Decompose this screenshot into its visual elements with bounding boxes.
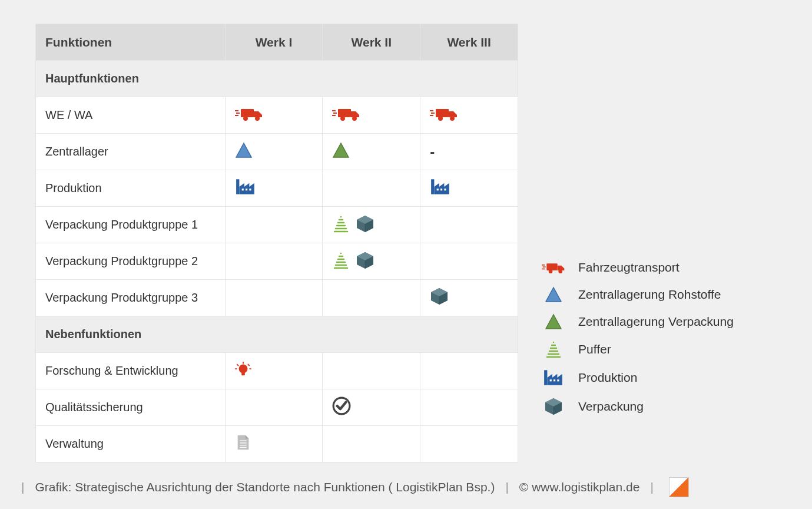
cell [420,389,518,426]
cell [323,134,420,170]
triangle-green-icon [545,313,562,330]
row-label: Verpackung Produktgruppe 1 [36,207,226,243]
buffer-icon [332,252,350,269]
legend-label: Zentrallagerung Rohstoffe [578,287,721,302]
footer-caption: Grafik: Strategische Ausrichtung der Sta… [35,480,495,494]
cell [323,170,420,207]
function-matrix-table: Funktionen Werk I Werk II Werk III Haupt… [35,24,518,462]
legend-row: Zentrallagerung Rohstoffe [542,286,734,303]
legend-row: Fahrzeugtransport [542,259,734,276]
truck-icon [332,105,360,122]
cell-dash: - [420,134,518,170]
section-header-row: Nebenfunktionen [36,316,518,353]
section-title: Hauptfunktionen [36,61,518,97]
row-label: Qualitätssicherung [36,389,226,426]
legend-label: Fahrzeugtransport [578,260,680,275]
legend-label: Produktion [578,371,637,385]
table-row: Verpackung Produktgruppe 3 [36,280,518,316]
cell [225,389,323,426]
cell [225,207,323,243]
table-row: Produktion [36,170,518,207]
row-label: Forschung & Entwicklung [36,353,226,389]
buffer-icon [545,341,562,358]
footer-sep: | [21,480,24,494]
factory-icon [543,369,564,386]
triangle-blue-icon [235,142,253,158]
cell [225,134,323,170]
factory-icon [430,178,451,196]
header-werk1: Werk I [225,24,323,61]
table-row: Forschung & Entwicklung [36,353,518,389]
cell [420,243,518,280]
box-icon [430,287,449,306]
cell [323,426,420,462]
section-title: Nebenfunktionen [36,316,518,353]
truck-icon [430,105,458,122]
footer-sep: | [505,480,508,494]
box-icon [544,397,563,416]
legend-row: Produktion [542,369,734,386]
cell [420,207,518,243]
section-header-row: Hauptfunktionen [36,61,518,97]
cell [420,280,518,316]
row-label: Zentrallager [36,134,226,170]
cell [420,353,518,389]
table-row: Verwaltung [36,426,518,462]
cell [323,280,420,316]
legend-label: Zentrallagerung Verpackung [578,315,734,329]
cell [225,97,323,134]
footer: | Grafik: Strategische Ausrichtung der S… [18,477,794,497]
cell [225,243,323,280]
page: Funktionen Werk I Werk II Werk III Haupt… [0,0,812,509]
table-row: Zentrallager- [36,134,518,170]
header-row: Funktionen Werk I Werk II Werk III [36,24,518,61]
cell [323,207,420,243]
cell [225,280,323,316]
table-row: Verpackung Produktgruppe 2 [36,243,518,280]
legend: FahrzeugtransportZentrallagerung Rohstof… [542,259,734,416]
main-area: Funktionen Werk I Werk II Werk III Haupt… [35,24,794,462]
legend-row: Zentrallagerung Verpackung [542,313,734,330]
row-label: Produktion [36,170,226,207]
checkmark-icon [332,396,351,415]
row-label: Verpackung Produktgruppe 2 [36,243,226,280]
legend-label: Puffer [578,342,611,356]
header-werk2: Werk II [323,24,420,61]
footer-sep: | [650,480,653,494]
triangle-blue-icon [545,286,562,303]
header-werk3: Werk III [420,24,518,61]
truck-icon [235,105,263,122]
cell [420,97,518,134]
cell [420,170,518,207]
lightbulb-icon [235,362,251,377]
legend-row: Verpackung [542,397,734,416]
logo-icon [669,477,689,497]
cell [323,389,420,426]
legend-row: Puffer [542,341,734,358]
footer-credit: © www.logistikplan.de [519,480,640,494]
cell [225,170,323,207]
header-functions: Funktionen [36,24,226,61]
table-body: HauptfunktionenWE / WAZentrallager-Produ… [36,61,518,462]
cell [323,243,420,280]
triangle-green-icon [332,142,350,158]
row-label: WE / WA [36,97,226,134]
document-icon [235,434,251,451]
cell [420,426,518,462]
cell [323,97,420,134]
buffer-icon [332,215,350,233]
box-icon [356,251,374,270]
table-row: Qualitätssicherung [36,389,518,426]
box-icon [356,214,374,233]
legend-label: Verpackung [578,399,644,414]
cell [225,426,323,462]
row-label: Verpackung Produktgruppe 3 [36,280,226,316]
truck-icon [542,259,565,276]
row-label: Verwaltung [36,426,226,462]
cell [323,353,420,389]
cell [225,353,323,389]
factory-icon [235,178,256,196]
table-row: WE / WA [36,97,518,134]
table-row: Verpackung Produktgruppe 1 [36,207,518,243]
